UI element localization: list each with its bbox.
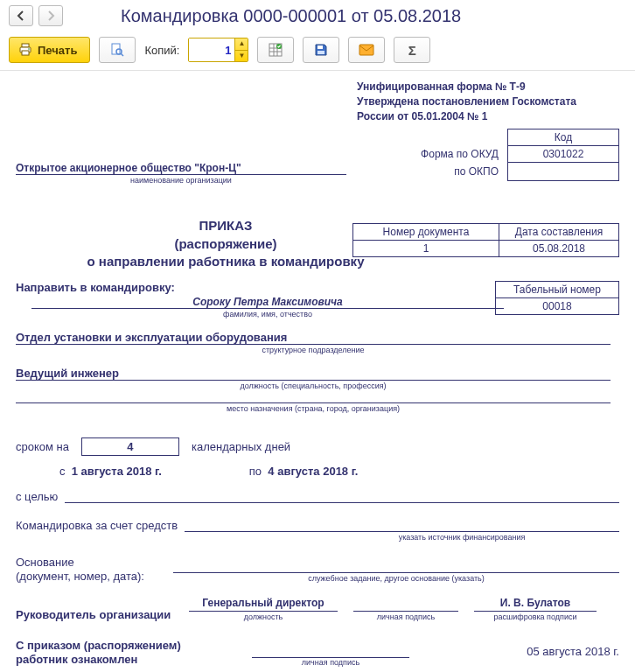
organization-caption: наименование организации: [16, 176, 346, 185]
sigma-icon: Σ: [408, 43, 416, 58]
page-magnifier-icon: [110, 43, 124, 57]
spinner-down-icon[interactable]: ▼: [235, 51, 248, 62]
position-value: Ведущий инженер: [16, 354, 611, 381]
toolbar: Печать Копий: ▲ ▼: [0, 30, 635, 71]
personnel-number-block: Табельный номер 00018: [495, 281, 619, 315]
sum-button[interactable]: Σ: [394, 37, 430, 63]
svg-rect-15: [359, 45, 373, 55]
okud-value: 0301022: [508, 146, 619, 163]
fio-caption: фамилия, имя, отчество: [31, 310, 504, 318]
spinner-up-icon[interactable]: ▲: [235, 38, 248, 51]
svg-line-6: [121, 53, 123, 56]
back-button[interactable]: [9, 5, 33, 26]
head-name: И. В. Булатов: [474, 597, 597, 612]
doc-date: 05.08.2018: [499, 241, 619, 257]
employee-fio: Сороку Петра Максимовича: [31, 296, 504, 309]
purpose-row: с целью: [16, 490, 619, 503]
destination-value: [16, 390, 611, 403]
date-to: 4 августа 2018 г.: [268, 465, 358, 478]
envelope-icon: [359, 44, 374, 56]
basis-caption: служебное задание, другое основание (ука…: [173, 574, 619, 583]
print-label: Печать: [38, 44, 77, 57]
organization-name: Открытое акционерное общество "Крон-Ц": [16, 162, 346, 175]
acknowledgement-row: С приказом (распоряжением) работник озна…: [16, 639, 619, 666]
svg-rect-2: [22, 51, 29, 55]
period-row: сроком на 4 календарных дней: [16, 438, 619, 456]
code-header: Код: [508, 130, 619, 146]
preview-button[interactable]: [99, 37, 136, 63]
copies-label: Копий:: [144, 44, 179, 57]
funds-caption: указать источник финансирования: [331, 533, 593, 542]
okpo-value: [508, 163, 619, 181]
table-icon: [269, 43, 283, 57]
personnel-number: 00018: [496, 298, 619, 315]
form-standard-note: Унифицированная форма № Т-9 Утверждена п…: [357, 80, 619, 123]
position-caption: должность (специальность, профессия): [16, 382, 611, 390]
okud-label: Форма по ОКУД: [414, 146, 507, 163]
floppy-icon: [314, 43, 328, 57]
basis-row: Основание (документ, номер, дата): служе…: [16, 556, 619, 583]
date-from: 1 августа 2018 г.: [72, 465, 162, 478]
dates-row: с 1 августа 2018 г. по 4 августа 2018 г.: [59, 465, 619, 478]
direct-section: Направить в командировку: Табельный номе…: [16, 281, 619, 318]
destination-caption: место назначения (страна, город, организ…: [16, 404, 611, 413]
title-bar: Командировка 0000-000001 от 05.08.2018: [0, 0, 635, 30]
okpo-label: по ОКПО: [414, 163, 507, 181]
svg-rect-14: [318, 51, 324, 54]
svg-point-3: [28, 48, 30, 50]
code-table: Код Форма по ОКУД 0301022 по ОКПО: [414, 129, 619, 181]
mail-button[interactable]: [348, 37, 385, 63]
window-title: Командировка 0000-000001 от 05.08.2018: [121, 6, 461, 26]
svg-rect-0: [22, 44, 29, 47]
svg-rect-13: [318, 46, 323, 49]
grid-button[interactable]: [257, 37, 294, 63]
forward-button[interactable]: [38, 5, 63, 26]
head-post: Генеральный директор: [189, 597, 338, 612]
document: Унифицированная форма № Т-9 Утверждена п…: [0, 71, 635, 672]
department-caption: структурное подразделение: [16, 346, 611, 354]
copies-input[interactable]: [189, 38, 234, 61]
acknowledgement-date: 05 августа 2018 г.: [527, 645, 619, 667]
copies-spinner[interactable]: ▲ ▼: [188, 38, 248, 62]
save-button[interactable]: [303, 37, 339, 63]
department-value: Отдел установки и эксплуатации оборудова…: [16, 318, 611, 345]
print-button[interactable]: Печать: [9, 37, 90, 63]
period-days: 4: [81, 438, 179, 456]
direct-label: Направить в командировку:: [16, 281, 175, 294]
doc-number: 1: [353, 241, 499, 257]
head-sign-row: Руководитель организации Генеральный дир…: [16, 597, 619, 621]
funds-row: Командировка за счет средств: [16, 519, 619, 532]
printer-icon: [18, 43, 32, 57]
